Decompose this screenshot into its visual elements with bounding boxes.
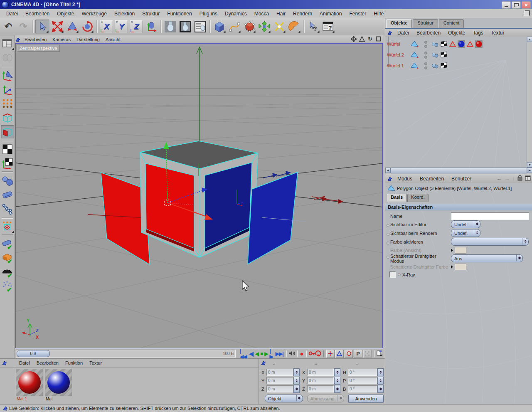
texture-mode-button[interactable] xyxy=(1,143,14,156)
expander-icon[interactable] xyxy=(451,265,453,269)
record-rotation-toggle[interactable] xyxy=(345,350,353,358)
basis-section-header[interactable]: Basis-Eigenschaften xyxy=(385,204,532,210)
mat-menu-funktion[interactable]: Funktion xyxy=(62,360,86,366)
view-pan-icon[interactable] xyxy=(350,36,357,42)
mat-menu-datei[interactable]: Datei xyxy=(16,360,33,366)
previous-key-button[interactable]: ◀| xyxy=(249,351,254,357)
history-back-icon[interactable]: ← xyxy=(497,175,502,182)
phong-tag-icon[interactable] xyxy=(431,62,439,69)
goto-start-button[interactable]: |◀◀ xyxy=(240,348,247,360)
bone-tool-icon[interactable] xyxy=(1,202,14,216)
sichtbar-editor-dropdown[interactable]: Undef. xyxy=(451,220,480,228)
object-name[interactable]: Würfel xyxy=(387,42,410,47)
autokey-icon[interactable] xyxy=(315,350,322,357)
lock-y-axis-button[interactable]: PY xyxy=(114,20,128,34)
edge-mode-button[interactable] xyxy=(1,111,14,124)
menu-hilfe[interactable]: Hilfe xyxy=(370,10,387,17)
coordinate-mode-dropdown[interactable]: Objekt xyxy=(265,395,303,402)
title-bar[interactable]: CINEMA 4D - [Ohne Titel 2 *] ✕ xyxy=(0,0,532,9)
object-row-wuerfel1[interactable]: Würfel.1 xyxy=(387,61,449,71)
size-y-input[interactable]: 0 m xyxy=(307,377,334,384)
menu-datei[interactable]: Datei xyxy=(2,10,22,17)
panel-pin-icon[interactable] xyxy=(15,37,21,42)
rotate-tool[interactable] xyxy=(80,20,94,34)
enable-backface-culling-toggle[interactable]: ✔ xyxy=(1,266,14,279)
sichtbar-rendern-dropdown[interactable]: Undef. xyxy=(451,229,480,237)
enable-particles-toggle[interactable]: ✔ xyxy=(1,280,14,293)
panel-pin-icon[interactable] xyxy=(2,360,7,365)
menu-plugins[interactable]: Plug-ins xyxy=(196,10,221,17)
vp-menu-darstellung[interactable]: Darstellung xyxy=(74,37,103,42)
tab-basis[interactable]: Basis xyxy=(387,194,406,202)
vp-menu-kameras[interactable]: Kameras xyxy=(49,37,74,42)
rotation-b-stepper[interactable] xyxy=(377,385,384,393)
undo-button[interactable]: ↶ xyxy=(1,20,15,34)
help-browser-button[interactable]: ? xyxy=(321,20,335,34)
position-y-stepper[interactable] xyxy=(293,377,300,385)
menu-werkzeuge[interactable]: Werkzeuge xyxy=(78,10,110,17)
texture-tag-blue-icon[interactable] xyxy=(458,40,465,48)
sound-toggle-icon[interactable] xyxy=(288,350,295,357)
object-name[interactable]: Würfel.1 xyxy=(387,63,410,68)
position-x-stepper[interactable] xyxy=(293,368,300,376)
polygon-object-icon[interactable] xyxy=(410,62,419,69)
lock-x-axis-button[interactable]: HX xyxy=(99,20,113,34)
rotation-h-stepper[interactable] xyxy=(377,368,384,376)
play-backward-button[interactable]: ◀ xyxy=(255,351,259,357)
record-parameter-toggle[interactable]: P xyxy=(354,350,362,358)
live-selection-tool[interactable] xyxy=(35,20,49,34)
material-thumbnail[interactable] xyxy=(16,369,43,396)
selection-tag-icon[interactable] xyxy=(466,40,474,48)
polygon-object-icon[interactable] xyxy=(410,40,419,48)
scale-tool[interactable] xyxy=(65,20,79,34)
snap-settings-icon[interactable] xyxy=(1,220,14,233)
viewport-canvas[interactable]: Zentralperspektive Y Z X xyxy=(15,43,383,348)
size-mode-dropdown[interactable]: Abmessung xyxy=(307,395,345,402)
size-x-stepper[interactable] xyxy=(334,368,340,376)
menu-objekte[interactable]: Objekte xyxy=(53,10,78,17)
am-menu-modus[interactable]: Modus xyxy=(394,175,416,183)
layout-page-icon[interactable] xyxy=(376,350,382,357)
workplane-icon[interactable] xyxy=(1,188,14,202)
om-menu-bearbeiten[interactable]: Bearbeiten xyxy=(413,29,444,37)
object-list-horizontal-scrollbar[interactable]: ◀▶ xyxy=(385,168,532,173)
tab-struktur[interactable]: Struktur xyxy=(413,19,438,28)
add-spline-button[interactable] xyxy=(227,20,241,34)
menu-animation[interactable]: Animation xyxy=(316,10,345,17)
parent-up-icon[interactable]: ↑ xyxy=(512,175,515,182)
material-item[interactable]: Mat xyxy=(45,369,72,403)
history-forward-icon[interactable]: → xyxy=(505,175,510,182)
menu-hair[interactable]: Hair xyxy=(273,10,289,17)
visibility-dots[interactable] xyxy=(424,52,427,59)
timeline-slider-handle[interactable]: 0 B xyxy=(17,350,50,357)
am-menu-benutzer[interactable]: Benutzer xyxy=(448,175,475,183)
record-pla-toggle[interactable] xyxy=(363,350,372,358)
add-modeling-object-button[interactable] xyxy=(242,20,256,34)
enable-deformers-toggle[interactable]: ✔ xyxy=(1,237,14,251)
material-thumbnail[interactable] xyxy=(45,369,72,396)
phong-tag-icon[interactable] xyxy=(431,51,439,59)
position-z-stepper[interactable] xyxy=(293,385,300,393)
view-zoom-icon[interactable] xyxy=(359,36,365,42)
record-button[interactable]: ● xyxy=(300,350,303,357)
position-x-input[interactable]: 0 m xyxy=(266,369,293,376)
visibility-dots[interactable] xyxy=(424,41,427,48)
display-tag-icon[interactable] xyxy=(440,40,448,48)
lock-z-axis-button[interactable]: BZ xyxy=(129,20,143,34)
material-name[interactable]: Mat.1 xyxy=(16,396,43,402)
tab-objekte[interactable]: Objekte xyxy=(386,19,412,28)
position-z-input[interactable]: 0 m xyxy=(266,385,293,392)
render-settings-button[interactable] xyxy=(193,20,207,34)
object-list-vertical-scrollbar[interactable]: ▲ ▼ xyxy=(527,37,532,168)
stop-button[interactable]: ■ xyxy=(260,351,263,357)
polygon-mode-button[interactable] xyxy=(1,125,14,138)
view-rotate-icon[interactable]: ↻ xyxy=(367,36,373,42)
tab-content[interactable]: Content xyxy=(439,19,464,28)
farbe-aktivieren-dropdown[interactable] xyxy=(451,238,529,246)
tab-koord[interactable]: Koord. xyxy=(407,194,428,202)
display-tag-icon[interactable] xyxy=(440,62,448,69)
om-menu-tags[interactable]: Tags xyxy=(469,29,487,37)
size-z-input[interactable]: 0 m xyxy=(307,385,334,392)
rotation-b-input[interactable]: 0 ° xyxy=(348,385,377,392)
mat-menu-textur[interactable]: Textur xyxy=(86,360,105,366)
